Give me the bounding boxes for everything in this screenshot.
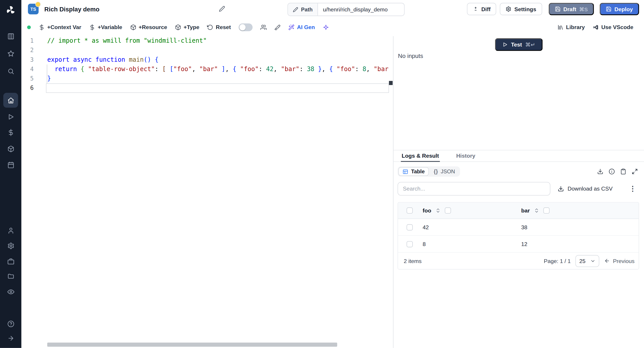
path-value[interactable]: u/henri/rich_display_demo <box>318 3 404 16</box>
code-line[interactable]: 5} <box>22 74 393 84</box>
format-code-button[interactable] <box>274 24 281 30</box>
kebab-menu-icon[interactable]: ⋮ <box>629 185 636 192</box>
windmill-logo-icon[interactable] <box>4 4 17 17</box>
path-button-label: Path <box>301 6 312 12</box>
sidebar-item-resources[interactable] <box>3 141 18 156</box>
library-label: Library <box>566 24 585 30</box>
sidebar-item-runs[interactable] <box>3 109 18 124</box>
header-cell-bar[interactable]: bar <box>521 208 639 214</box>
sidebar-expand[interactable] <box>3 331 18 346</box>
sort-icon[interactable] <box>435 208 441 213</box>
search-input[interactable] <box>398 182 550 196</box>
code-line[interactable]: 4 return { "table-row-object": [ ["foo",… <box>22 64 393 74</box>
calendar-icon <box>7 161 14 168</box>
add-resource-button[interactable]: +Resource <box>130 24 167 30</box>
code-line[interactable]: 6 <box>22 84 393 93</box>
library-icon <box>558 24 564 30</box>
search-icon <box>7 68 14 74</box>
add-type-label: +Type <box>184 24 200 30</box>
tab-history[interactable]: History <box>456 150 476 162</box>
row-checkbox[interactable] <box>406 241 412 247</box>
multiplayer-toggle[interactable] <box>238 23 252 31</box>
tab-logs-result[interactable]: Logs & Result <box>401 150 440 162</box>
reset-label: Reset <box>216 24 231 30</box>
line-number: 3 <box>22 55 34 64</box>
diff-button[interactable]: Diff <box>467 3 496 15</box>
rotate-ccw-icon <box>207 24 213 30</box>
draft-button[interactable]: Draft ⌘S <box>548 3 594 15</box>
add-context-var-label: +Context Var <box>47 24 81 30</box>
status-dot <box>27 25 31 29</box>
star-icon <box>7 50 14 57</box>
expand-icon[interactable] <box>632 168 638 175</box>
cell-bar: 12 <box>521 241 639 247</box>
ai-gen-button[interactable]: AI Gen <box>288 24 315 30</box>
sidebar-item-search[interactable] <box>3 64 18 78</box>
use-vscode-label: Use VScode <box>601 24 633 30</box>
typescript-badge-label: TS <box>30 6 36 12</box>
header-cell-foo[interactable]: foo <box>421 208 521 214</box>
path-button[interactable]: Path <box>288 3 318 16</box>
row-checkbox[interactable] <box>406 224 412 230</box>
sidebar-item-audit-logs[interactable] <box>3 284 18 299</box>
sidebar-item-schedules[interactable] <box>3 157 18 172</box>
sidebar-item-settings[interactable] <box>3 238 18 253</box>
download-icon <box>558 186 564 192</box>
deploy-button[interactable]: Deploy <box>600 3 639 15</box>
view-toggle-table[interactable]: Table <box>398 167 429 176</box>
line-number: 5 <box>22 74 34 84</box>
column-checkbox-foo[interactable] <box>445 208 451 214</box>
reset-button[interactable]: Reset <box>207 24 231 30</box>
multiplayer-users-button[interactable] <box>260 24 267 30</box>
code-line[interactable]: 3export async function main() { <box>22 55 393 64</box>
code-line[interactable]: 1// import * as wmill from "windmill-cli… <box>22 36 393 46</box>
info-icon[interactable] <box>609 168 615 175</box>
page-size-select[interactable]: 25 <box>576 255 600 267</box>
result-tabs: Logs & Result History <box>394 150 644 162</box>
sidebar-item-apps[interactable] <box>3 29 18 44</box>
use-vscode-button[interactable]: Use VScode <box>592 24 633 30</box>
result-action-icons <box>597 168 639 175</box>
sidebar-item-folders[interactable] <box>3 268 18 283</box>
ai-sparkles-button[interactable] <box>323 24 329 30</box>
sidebar-item-users[interactable] <box>3 223 18 238</box>
download-csv-button[interactable]: Download as CSV <box>558 186 612 192</box>
view-toggle-json[interactable]: {} JSON <box>430 167 459 176</box>
toggle-knob <box>240 24 246 30</box>
settings-button[interactable]: Settings <box>500 3 542 15</box>
download-icon[interactable] <box>597 168 604 175</box>
previous-page-button[interactable]: Previous <box>604 258 634 264</box>
add-variable-button[interactable]: +Variable <box>89 24 122 30</box>
code-line[interactable]: 2 <box>22 46 393 55</box>
add-context-var-button[interactable]: +Context Var <box>39 24 82 30</box>
gear-icon <box>506 6 512 12</box>
dollar-icon <box>39 24 45 30</box>
column-checkbox-bar[interactable] <box>544 208 550 214</box>
sidebar-item-help[interactable] <box>3 316 18 331</box>
cell-bar: 38 <box>521 224 639 230</box>
code-editor[interactable]: 1// import * as wmill from "windmill-cli… <box>22 36 393 348</box>
sidebar-item-variables[interactable] <box>3 125 18 140</box>
save-icon <box>606 6 612 12</box>
sidebar-item-workers[interactable] <box>3 254 18 268</box>
download-csv-label: Download as CSV <box>568 186 612 192</box>
column-label-bar: bar <box>521 208 530 214</box>
code-text: return { "table-row-object": [ ["foo", "… <box>47 64 388 74</box>
horizontal-scrollbar[interactable] <box>47 343 337 347</box>
add-type-button[interactable]: +Type <box>175 24 199 30</box>
table-icon <box>402 169 408 174</box>
test-button[interactable]: Test ⌘↵ <box>495 38 542 51</box>
library-button[interactable]: Library <box>558 24 585 30</box>
code-text: } <box>47 74 51 84</box>
gear-icon <box>7 242 14 249</box>
clipboard-copy-icon[interactable] <box>620 168 626 175</box>
select-all-checkbox[interactable] <box>406 208 412 214</box>
sidebar-item-home[interactable] <box>3 93 18 108</box>
badge-sticker-icon <box>35 2 41 7</box>
sidebar-item-favorites[interactable] <box>3 46 18 61</box>
view-toggle-row: Table {} JSON <box>398 166 639 177</box>
sort-icon[interactable] <box>534 208 539 213</box>
view-toggle-group: Table {} JSON <box>398 166 460 177</box>
typescript-badge: TS <box>28 4 39 14</box>
edit-summary-button[interactable] <box>219 6 225 12</box>
